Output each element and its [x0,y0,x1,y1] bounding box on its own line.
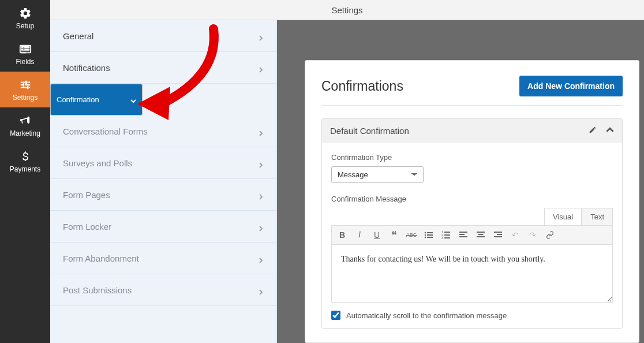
strike-icon[interactable]: ABC [406,229,417,241]
nav-rail: Setup Fields Settings Marketing Payments [0,0,50,343]
gear-icon [19,7,32,20]
menu-item-confirmation[interactable]: Confirmation [50,84,143,115]
confirmation-card: Default Confirmation Confirmation Type M… [321,118,623,329]
align-right-icon[interactable] [492,229,504,241]
dollar-icon [19,150,32,163]
menu-item-form-pages[interactable]: Form Pages [50,179,276,211]
italic-icon[interactable]: I [354,229,365,241]
menu-item-post-submissions[interactable]: Post Submissions [50,274,276,306]
svg-text:3: 3 [441,236,443,239]
menu-item-general[interactable]: General [50,20,276,52]
nav-label: Setup [16,22,34,30]
nav-item-fields[interactable]: Fields [0,36,50,72]
svg-rect-2 [21,49,23,50]
svg-rect-20 [477,232,485,233]
sliders-icon [19,79,32,91]
chevron-right-icon [258,255,264,261]
nav-item-marketing[interactable]: Marketing [0,107,50,143]
nav-label: Fields [16,58,34,66]
menu-item-notifications[interactable]: Notifications [50,52,276,84]
svg-rect-8 [427,234,433,236]
svg-rect-1 [21,47,23,48]
chevron-right-icon [258,287,264,293]
chevron-right-icon [258,65,264,70]
svg-rect-24 [497,234,502,235]
svg-rect-18 [459,234,465,235]
chevron-right-icon [258,128,264,134]
edit-icon[interactable] [589,126,597,136]
redo-icon[interactable]: ↷ [527,229,538,241]
chevron-right-icon [258,192,264,197]
align-center-icon[interactable] [475,229,486,241]
svg-rect-22 [477,236,485,237]
chevron-right-icon [258,223,264,229]
settings-menu: General Notifications Confirmation Conve… [50,20,277,343]
svg-rect-14 [444,234,450,236]
nav-item-settings[interactable]: Settings [0,72,50,107]
svg-rect-6 [427,232,433,233]
nav-item-payments[interactable]: Payments [0,143,50,179]
svg-rect-19 [459,236,467,237]
card-title: Default Confirmation [330,126,409,136]
nav-item-setup[interactable]: Setup [0,0,50,36]
menu-item-form-abandonment[interactable]: Form Abandonment [50,243,276,274]
auto-scroll-checkbox[interactable] [331,311,340,320]
svg-point-7 [425,234,426,236]
nav-label: Marketing [10,129,40,137]
confirmation-type-select[interactable]: Message [331,166,424,183]
svg-point-9 [425,237,426,238]
page-title: Settings [50,0,644,20]
svg-rect-12 [444,232,450,233]
chevron-right-icon [258,33,264,39]
nav-label: Payments [10,165,40,173]
quote-icon[interactable]: ❝ [388,229,400,241]
svg-rect-25 [494,236,502,237]
undo-icon[interactable]: ↶ [510,229,521,241]
confirmation-message-editor[interactable]: Thanks for contacting us! We will be in … [331,245,613,303]
list-icon [19,43,32,55]
underline-icon[interactable]: U [371,229,383,241]
svg-rect-17 [459,232,467,233]
bullet-list-icon[interactable] [423,229,435,241]
svg-rect-16 [444,237,450,238]
editor-tab-text[interactable]: Text [582,208,613,225]
bullhorn-icon [19,114,32,127]
menu-item-conversational-forms[interactable]: Conversational Forms [50,115,276,147]
editor-toolbar: B I U ❝ ABC 123 [331,225,613,245]
number-list-icon[interactable]: 123 [440,229,452,241]
confirmation-message-label: Confirmation Message [331,195,613,203]
confirmations-panel: Confirmations Add New Confirmation Defau… [305,60,639,343]
bold-icon[interactable]: B [336,229,348,241]
add-new-confirmation-button[interactable]: Add New Confirmation [519,76,623,96]
nav-label: Settings [13,94,38,102]
svg-rect-23 [494,232,502,233]
editor-tab-visual[interactable]: Visual [544,208,582,225]
menu-item-surveys[interactable]: Surveys and Polls [50,147,276,179]
link-icon[interactable] [544,229,556,241]
svg-rect-10 [427,237,433,238]
svg-rect-21 [478,234,484,235]
confirmation-type-label: Confirmation Type [331,153,613,162]
panel-heading: Confirmations [321,79,403,94]
svg-point-5 [425,232,426,234]
auto-scroll-row[interactable]: Automatically scroll to the confirmation… [331,311,613,320]
align-left-icon[interactable] [458,229,469,241]
menu-item-form-locker[interactable]: Form Locker [50,211,276,243]
chevron-down-icon [130,97,136,103]
svg-rect-3 [24,47,29,48]
chevron-up-icon[interactable] [606,126,614,136]
svg-rect-4 [24,49,29,50]
auto-scroll-label: Automatically scroll to the confirmation… [346,311,507,320]
chevron-right-icon [258,160,264,166]
